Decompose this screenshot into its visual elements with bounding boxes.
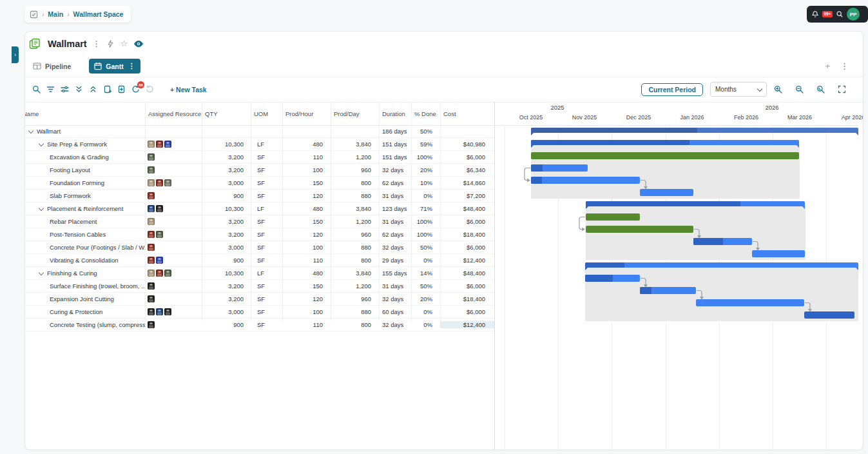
timeline-year-label: 2026 [753,104,791,111]
column-header-prod-hour[interactable]: Prod/Hour [282,110,331,117]
resource-avatar[interactable] [148,218,155,225]
resource-avatar[interactable] [148,308,155,315]
new-task-button[interactable]: + New Task [170,86,207,94]
column-divider [282,102,283,321]
column-header-cost[interactable]: Cost [440,110,494,117]
resource-avatar[interactable] [156,141,163,148]
automation-bolt-icon[interactable] [106,39,115,48]
resource-avatar[interactable] [164,270,171,277]
resource-avatar[interactable] [156,270,163,277]
title-kebab-icon[interactable]: ⋮ [93,39,101,48]
duration-cell: 32 days [379,321,411,328]
resource-avatar[interactable] [148,141,155,148]
resource-avatar[interactable] [164,141,171,148]
timeline-month-label: Jan 2026 [672,114,712,121]
column-divider [145,102,146,321]
add-view-icon[interactable]: + [825,61,830,71]
table-row[interactable]: Foundation Forming3,000SF15080062 days10… [25,177,494,190]
copy-task-icon[interactable] [103,85,111,94]
column-header--done[interactable]: % Done [411,110,440,117]
resource-avatar[interactable] [148,282,155,290]
table-row[interactable]: Surface Finishing (trowel, broom, ...3,2… [25,280,494,293]
resource-avatar[interactable] [148,153,155,161]
table-row[interactable]: Wallmart186 days50% [25,125,494,138]
zoom-out-icon[interactable] [795,85,804,94]
resource-avatar[interactable] [148,321,155,328]
table-row[interactable]: Concrete Pour (Footings / Slab / W...3,0… [25,241,494,254]
table-row[interactable]: Footing Layout3,200SF10096032 days20%$6,… [25,164,494,177]
cost-cell: $6,000 [440,282,494,290]
breadcrumb-item-main[interactable]: Main [48,10,63,18]
column-divider [440,102,441,321]
user-avatar[interactable]: PP [847,8,860,21]
table-row[interactable]: Post-Tension Cables3,200SF12096062 days1… [25,228,494,241]
column-header-duration[interactable]: Duration [379,110,411,117]
prod-day-cell: 880 [331,192,379,199]
resource-avatar[interactable] [148,192,155,199]
table-row[interactable]: Excavation & Grading3,200SF1101,200151 d… [25,151,494,164]
assigned-resources-cell [145,192,202,199]
chevron-right-icon: › [14,52,16,58]
table-row[interactable]: Rebar Placement3,200SF1501,20031 days100… [25,215,494,228]
table-row[interactable]: Concrete Testing (slump, compress...900S… [25,319,494,331]
resource-avatar[interactable] [148,179,155,186]
notification-badge[interactable]: 99+ [822,11,833,17]
column-header-name[interactable]: Name [25,110,145,117]
tree-expand-chevron-icon[interactable] [39,270,44,275]
column-header-qty[interactable]: QTY [202,110,251,117]
zoom-reset-icon[interactable] [816,85,825,94]
search-icon[interactable] [32,85,41,94]
resource-avatar[interactable] [164,308,171,315]
table-row[interactable]: Vibrating & Consolidation900SF11080029 d… [25,254,494,267]
collapse-all-icon[interactable] [75,85,83,94]
resource-avatar[interactable] [148,270,155,277]
tab-pipeline[interactable]: Pipeline [33,62,71,70]
bell-icon[interactable] [811,10,819,18]
zoom-in-icon[interactable] [774,85,782,94]
table-row[interactable]: Curing & Protection3,000SF10088060 days0… [25,306,494,319]
resource-avatar[interactable] [156,231,163,238]
tree-expand-chevron-icon[interactable] [39,205,44,210]
search-icon[interactable] [836,10,844,18]
tab-gantt[interactable]: Gantt ⋮ [89,59,140,74]
resource-avatar[interactable] [148,205,155,212]
undo-icon[interactable]: 86 [131,85,140,94]
tree-expand-chevron-icon[interactable] [39,141,44,146]
resource-avatar[interactable] [148,231,155,238]
column-header-uom[interactable]: UOM [251,110,282,117]
watch-eye-icon[interactable] [133,40,144,48]
fit-screen-icon[interactable] [838,85,846,94]
column-header-prod-day[interactable]: Prod/Day [331,110,379,117]
sidebar-expand-tab[interactable]: › [12,46,19,63]
breadcrumb-item-space[interactable]: Wallmart Space [73,10,124,18]
table-row[interactable]: Slab Formwork900SF12088031 days0%$7,200 [25,190,494,202]
table-row[interactable]: Expansion Joint Cutting3,200SF12096032 d… [25,293,494,306]
table-row[interactable]: Finishing & Curing10,300LF4803,840155 da… [25,267,494,280]
filter-icon[interactable] [46,85,55,94]
resource-avatar[interactable] [156,257,163,264]
resource-avatar[interactable] [148,166,155,173]
resource-avatar[interactable] [156,205,163,212]
resource-avatar[interactable] [156,179,163,186]
views-kebab-icon[interactable]: ⋮ [840,61,849,71]
tree-expand-chevron-icon[interactable] [28,128,34,133]
assigned-resources-cell [145,270,202,277]
import-file-icon[interactable] [117,85,126,94]
star-favorite-icon[interactable]: ☆ [121,39,128,48]
column-header-assigned-resources[interactable]: Assigned Resources [145,110,202,117]
resource-avatar[interactable] [156,308,163,315]
expand-all-icon[interactable] [89,85,97,94]
column-header-label: Name [25,110,39,117]
tab-gantt-kebab-icon[interactable]: ⋮ [128,62,135,70]
table-row[interactable]: Site Prep & Formwork10,300LF4803,840151 … [25,138,494,151]
settings-sliders-icon[interactable] [61,85,69,94]
workspace-icon[interactable] [30,10,38,19]
resource-avatar[interactable] [164,179,171,186]
timescale-select[interactable]: Months [710,82,767,97]
resource-avatar[interactable] [148,244,155,251]
redo-icon[interactable] [146,85,154,94]
resource-avatar[interactable] [148,257,155,264]
table-row[interactable]: Placement & Reinforcement10,300LF4803,84… [25,202,494,215]
current-period-button[interactable]: Current Period [641,83,703,96]
resource-avatar[interactable] [148,295,155,302]
